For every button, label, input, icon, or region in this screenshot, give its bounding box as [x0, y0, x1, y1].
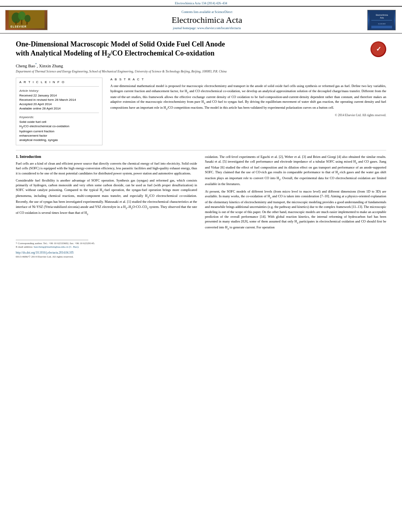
keyword-4: enhancement factor — [19, 134, 99, 137]
footnote-email: E-mail address: baocheng@mailsinghua.edu… — [16, 245, 197, 249]
accepted-date: Accepted 20 April 2014 — [19, 102, 99, 106]
homepage-link-line: journal homepage: www.elsevier.com/locat… — [48, 26, 366, 30]
keyword-3: hydrogen current fraction — [19, 130, 99, 133]
right-para2: At present, the SOFC models of different… — [205, 189, 386, 231]
footnote-star: * Corresponding author. Tel.: +86 10 623… — [16, 242, 197, 246]
svg-rect-11 — [371, 20, 392, 20]
article-title: One-Dimensional Macroscopic Model of Sol… — [16, 40, 370, 59]
journal-logo-right: Electrochimica Acta ELSEVIER — [366, 9, 397, 31]
history-label: Article history: — [19, 89, 99, 93]
keyword-1: Solid oxide fuel cell — [19, 120, 99, 124]
homepage-url[interactable]: www.elsevier.com/locate/electacta — [197, 26, 241, 30]
journal-logo-box: Electrochimica Acta ELSEVIER — [367, 10, 396, 30]
elsevier-logo-image: ELSEVIER — [5, 10, 48, 30]
svg-point-2 — [18, 11, 25, 20]
contents-available: Contents lists available at ScienceDirec… — [48, 10, 366, 14]
crossmark-badge: ✓ — [370, 41, 386, 57]
authors-line: Cheng Bao*, Xinxin Zhang — [16, 63, 386, 68]
author-names: Cheng Bao*, Xinxin Zhang — [16, 63, 63, 68]
elsevier-logo-container: ELSEVIER — [5, 9, 48, 31]
affiliation: Department of Thermal Science and Energy… — [16, 69, 386, 74]
elsevier-svg: ELSEVIER — [8, 10, 45, 28]
doi-link[interactable]: http://dx.doi.org/10.1016/j.electacta.20… — [16, 251, 197, 254]
svg-text:ELSEVIER: ELSEVIER — [10, 25, 26, 28]
body-left-col: 1. Introduction Fuel cells are a kind of… — [16, 154, 197, 258]
keyword-2: H2/CO electrochemical co-oxidation — [19, 124, 99, 129]
svg-text:✓: ✓ — [376, 46, 381, 52]
title-line1: One-Dimensional Macroscopic Model of Sol… — [16, 40, 225, 48]
svg-text:Acta: Acta — [380, 17, 384, 19]
footnote-divider — [16, 240, 88, 240]
copyright-footer: 0013-4686/© 2014 Elsevier Ltd. All right… — [16, 255, 197, 258]
body-content: 1. Introduction Fuel cells are a kind of… — [16, 154, 386, 258]
article-info-title: A R T I C L E I N F O — [19, 80, 99, 84]
keyword-5: analytical modeling, syngas — [19, 138, 99, 142]
footnote-area: * Corresponding author. Tel.: +86 10 623… — [16, 240, 197, 259]
svg-point-3 — [24, 15, 30, 22]
svg-rect-6 — [26, 21, 28, 24]
title-line2-suffix: /CO Electrochemical Co-oxidation — [110, 49, 215, 57]
journal-header: ELSEVIER Contents lists available at Sci… — [0, 6, 402, 33]
title-sub: 2 — [107, 52, 110, 59]
info-divider-1 — [19, 86, 99, 87]
svg-text:ELSEVIER: ELSEVIER — [378, 23, 385, 24]
svg-text:Electrochimica: Electrochimica — [376, 14, 388, 16]
received-date: Received 22 January 2014 — [19, 94, 99, 97]
revised-date: Received in revised form 28 March 2014 — [19, 98, 99, 102]
svg-rect-5 — [21, 19, 22, 24]
svg-rect-13 — [371, 26, 392, 28]
citation-text: Electrochimica Acta 134 (2014) 426–434 — [175, 2, 227, 5]
email-link[interactable]: baocheng@mailsinghua.edu.cn (C. Bao). — [34, 245, 79, 248]
title-line2-prefix: with Analytical Modeling of H — [16, 49, 107, 57]
intro-para1: Fuel cells are a kind of clean and effic… — [16, 161, 197, 176]
citation-bar: Electrochimica Acta 134 (2014) 426–434 — [0, 0, 402, 6]
article-header: One-Dimensional Macroscopic Model of Sol… — [16, 40, 386, 59]
keywords-label: Keywords: — [19, 115, 99, 119]
article-container: One-Dimensional Macroscopic Model of Sol… — [0, 33, 402, 262]
info-abstract-section: A R T I C L E I N F O Article history: R… — [16, 78, 386, 145]
abstract-box: A B S T R A C T A one-dimensional mathem… — [110, 78, 386, 145]
abstract-title: A B S T R A C T — [110, 78, 386, 81]
available-date: Available online 28 April 2014 — [19, 107, 99, 110]
sciencedirect-link[interactable]: ScienceDirect — [215, 10, 233, 14]
body-right-col: oxidation. The cell-level experiments of… — [205, 154, 386, 258]
abstract-text: A one-dimensional mathematical model is … — [110, 83, 386, 111]
section-divider — [16, 150, 386, 150]
journal-title-block: Contents lists available at ScienceDirec… — [48, 10, 366, 30]
abstract-copyright: © 2014 Elsevier Ltd. All rights reserved… — [110, 113, 386, 117]
journal-logo-svg: Electrochimica Acta ELSEVIER — [369, 11, 395, 29]
info-divider-2 — [19, 113, 99, 113]
svg-rect-4 — [15, 21, 17, 24]
journal-name: Electrochimica Acta — [48, 15, 366, 25]
article-info-box: A R T I C L E I N F O Article history: R… — [16, 78, 102, 145]
keywords-section: Keywords: Solid oxide fuel cell H2/CO el… — [19, 115, 99, 142]
right-para1: oxidation. The cell-level experiments of… — [205, 154, 386, 187]
intro-para2: Considerable fuel flexibility is another… — [16, 178, 197, 216]
intro-heading: 1. Introduction — [16, 154, 197, 159]
